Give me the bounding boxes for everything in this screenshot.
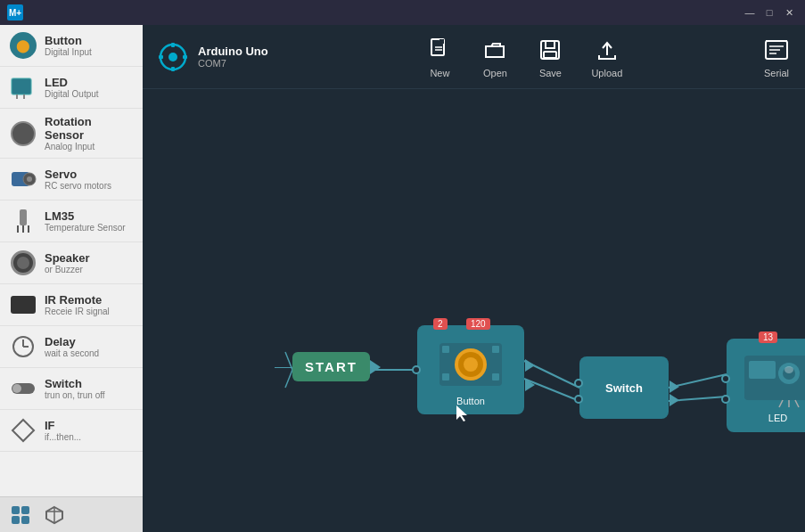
delay-icon	[9, 332, 37, 361]
lm35-icon	[9, 207, 37, 235]
upload-icon	[593, 36, 621, 64]
sidebar-item-delay[interactable]: Delay wait a second	[0, 326, 143, 368]
svg-point-56	[464, 357, 478, 372]
sidebar-footer	[0, 496, 143, 532]
svg-line-48	[285, 370, 292, 388]
svg-rect-28	[183, 55, 187, 59]
canvas-area[interactable]: START 2 120	[143, 89, 805, 532]
svg-point-14	[12, 384, 21, 393]
serial-label: Serial	[764, 68, 789, 78]
serial-icon	[762, 36, 791, 64]
svg-rect-52	[442, 373, 449, 381]
cube-icon[interactable]	[45, 505, 64, 525]
delay-text: Delay wait a second	[45, 335, 99, 358]
switch-icon	[9, 374, 37, 403]
right-panel: Arduino Uno COM7	[143, 25, 805, 532]
start-port-right	[370, 360, 381, 374]
toolbar: Arduino Uno COM7	[143, 25, 805, 89]
close-button[interactable]: ✕	[780, 4, 798, 20]
switch-port-right-bottom	[669, 394, 679, 406]
sidebar-item-switch[interactable]: Switch trun on, trun off	[0, 368, 143, 410]
minimize-button[interactable]: —	[741, 4, 759, 20]
sidebar-item-ir-remote[interactable]: IR Remote Receie IR signal	[0, 284, 143, 326]
sidebar-item-led[interactable]: LED Digital Output	[0, 67, 143, 109]
sidebar-item-button[interactable]: ⬤ Button Digital Input	[0, 25, 143, 67]
toolbar-actions: New Open	[304, 36, 744, 78]
button-port-right-bottom	[525, 379, 535, 391]
svg-rect-25	[171, 43, 175, 47]
serial-button[interactable]: Serial	[762, 36, 791, 78]
button-port-right-top	[525, 359, 535, 372]
start-node[interactable]: START	[292, 352, 370, 381]
sidebar-item-lm35[interactable]: LM35 Temperature Sensor	[0, 201, 143, 242]
led-node[interactable]: 13 LED	[727, 339, 805, 432]
speaker-text: Speaker or Buzzer	[45, 251, 90, 274]
connector-lines	[143, 89, 805, 532]
app-logo: M+	[7, 4, 23, 20]
led-port-left-top	[721, 374, 730, 383]
if-text: IF if...then...	[45, 419, 81, 442]
servo-text: Servo RC servo motors	[45, 168, 111, 191]
svg-rect-16	[12, 506, 20, 514]
sidebar-item-servo[interactable]: Servo RC servo motors	[0, 159, 143, 201]
svg-point-62	[784, 366, 793, 373]
blocks-icon[interactable]	[11, 505, 30, 525]
upload-label: Upload	[591, 68, 622, 78]
open-button[interactable]: Open	[481, 36, 509, 78]
rotation-sensor-text: Rotation Sensor Analog Input	[45, 115, 134, 151]
led-illustration	[740, 348, 805, 409]
switch-port-left-bottom	[574, 395, 583, 404]
button-illustration	[435, 334, 506, 392]
button-badge-val: 120	[466, 318, 490, 330]
button-port-left	[412, 365, 421, 374]
ir-remote-text: IR Remote Receie IR signal	[45, 293, 110, 316]
rotation-sensor-icon	[9, 119, 37, 148]
svg-rect-6	[20, 209, 27, 225]
board-name: Arduino Uno	[198, 45, 268, 58]
svg-rect-59	[749, 361, 776, 379]
sidebar-item-rotation-sensor[interactable]: Rotation Sensor Analog Input	[0, 109, 143, 159]
svg-rect-51	[492, 346, 499, 353]
svg-rect-30	[439, 39, 444, 44]
cursor	[456, 405, 469, 425]
switch-label: Switch	[605, 381, 643, 395]
svg-rect-27	[159, 55, 163, 59]
svg-marker-57	[456, 405, 467, 422]
led-text: LED Digital Output	[45, 76, 99, 99]
switch-node[interactable]: Switch	[579, 356, 669, 419]
device-info: Arduino Uno COM7	[198, 45, 268, 69]
save-label: Save	[539, 68, 562, 78]
upload-button[interactable]: Upload	[591, 36, 622, 78]
ir-remote-icon	[9, 291, 37, 319]
button-node[interactable]: 2 120 Button	[417, 325, 524, 414]
start-port-left	[275, 367, 292, 368]
svg-rect-19	[21, 516, 29, 524]
svg-point-5	[27, 176, 32, 182]
servo-icon	[9, 165, 37, 193]
button-badge-pin: 2	[433, 318, 448, 330]
svg-point-24	[168, 53, 177, 61]
port-name: COM7	[198, 58, 268, 69]
led-port-left-bottom	[721, 395, 730, 404]
button-label: Button	[456, 396, 485, 406]
led-icon	[9, 73, 37, 102]
sidebar-item-if[interactable]: IF if...then...	[0, 410, 143, 452]
button-text: Button Digital Input	[45, 34, 92, 57]
device-settings-icon[interactable]	[157, 41, 189, 73]
window-controls: — □ ✕	[741, 4, 798, 20]
svg-rect-50	[442, 346, 449, 353]
svg-rect-0	[12, 78, 31, 94]
sidebar-item-speaker[interactable]: Speaker or Buzzer	[0, 242, 143, 284]
toolbar-device: Arduino Uno COM7	[157, 41, 268, 73]
new-button[interactable]: New	[425, 36, 454, 78]
svg-rect-34	[546, 41, 554, 48]
save-button[interactable]: Save	[536, 36, 564, 78]
speaker-icon	[9, 249, 37, 277]
new-label: New	[430, 68, 449, 78]
sidebar-items: ⬤ Button Digital Input	[0, 25, 143, 496]
svg-line-65	[795, 400, 799, 407]
maximize-button[interactable]: □	[760, 4, 778, 20]
svg-rect-18	[12, 516, 20, 524]
svg-rect-17	[21, 506, 29, 514]
open-label: Open	[483, 68, 507, 78]
